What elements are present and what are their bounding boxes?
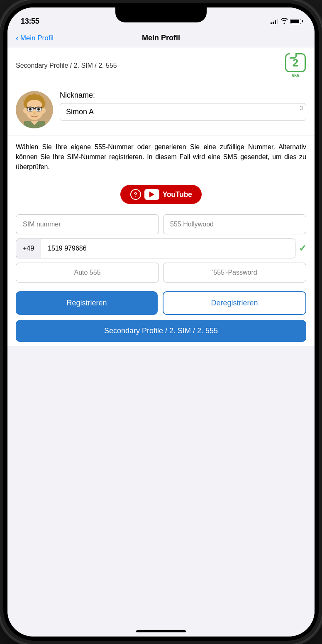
- youtube-question-icon: ?: [130, 189, 141, 200]
- sim-number-input[interactable]: [16, 214, 159, 234]
- youtube-section: ? YouTube: [7, 179, 315, 210]
- register-deregister-row: Registrieren Deregistrieren: [16, 291, 306, 315]
- svg-point-14: [23, 108, 27, 113]
- profile-button[interactable]: Secondary Profile / 2. SIM / 2. 555: [16, 320, 306, 342]
- profile-header: Secondary Profile / 2. SIM / 2. 555 2 55…: [7, 47, 315, 84]
- avatar: [16, 91, 53, 128]
- scroll-content: Secondary Profile / 2. SIM / 2. 555 2 55…: [7, 47, 315, 632]
- svg-point-13: [33, 112, 36, 115]
- profile-header-label: Secondary Profile / 2. SIM / 2. 555: [16, 62, 117, 69]
- phone-screen: 13:55: [7, 7, 315, 637]
- youtube-button[interactable]: ? YouTube: [120, 185, 202, 204]
- country-code: +49: [16, 238, 41, 258]
- status-icons: [271, 18, 301, 25]
- notch: [115, 7, 207, 22]
- battery-icon: [290, 19, 301, 24]
- register-button[interactable]: Registrieren: [16, 291, 158, 315]
- auto-row: [16, 263, 306, 283]
- svg-point-15: [41, 108, 46, 113]
- nickname-label: Nickname:: [60, 91, 306, 100]
- home-indicator: [136, 630, 186, 632]
- back-chevron-icon: ‹: [16, 33, 19, 43]
- avatar-image: [16, 91, 53, 128]
- svg-point-11: [37, 108, 40, 111]
- sim-badge: 2 555: [285, 53, 306, 78]
- status-time: 13:55: [21, 17, 39, 26]
- password-input[interactable]: [163, 263, 306, 283]
- back-label: Mein Profil: [20, 34, 54, 42]
- phone-number-input[interactable]: [41, 238, 295, 258]
- deregister-button[interactable]: Deregistrieren: [163, 291, 306, 315]
- back-button[interactable]: ‹ Mein Profil: [16, 33, 54, 43]
- description-section: Wählen Sie Ihre eigene 555-Nummer oder g…: [7, 135, 315, 179]
- nickname-badge: 3: [300, 105, 303, 111]
- phone-verified-checkmark: ✓: [299, 243, 306, 254]
- input-grid: +49 ✓: [7, 210, 315, 287]
- signal-icon: [271, 18, 278, 24]
- description-text: Wählen Sie Ihre eigene 555-Nummer oder g…: [16, 142, 306, 172]
- youtube-label: YouTube: [163, 190, 192, 199]
- wifi-icon: [281, 18, 288, 25]
- sim-badge-sub: 555: [292, 73, 299, 78]
- auto-555-input[interactable]: [16, 263, 159, 283]
- sim-badge-number: 2: [293, 57, 298, 68]
- user-info-section: Nickname: 3: [7, 84, 315, 135]
- nav-title: Mein Profil: [142, 34, 180, 42]
- hollywood-input[interactable]: [163, 214, 306, 234]
- sim-hollywood-row: [16, 214, 306, 234]
- phone-row: +49 ✓: [16, 238, 306, 258]
- button-section: Registrieren Deregistrieren Secondary Pr…: [7, 287, 315, 346]
- nav-bar: ‹ Mein Profil Mein Profil: [7, 29, 315, 47]
- svg-point-10: [29, 108, 32, 111]
- nickname-area: Nickname: 3: [60, 91, 306, 121]
- phone-frame: 13:55: [0, 0, 322, 644]
- youtube-play-icon: [144, 189, 159, 200]
- bottom-spacer: [7, 346, 315, 379]
- nickname-input[interactable]: [60, 103, 306, 121]
- nickname-input-wrapper: 3: [60, 103, 306, 121]
